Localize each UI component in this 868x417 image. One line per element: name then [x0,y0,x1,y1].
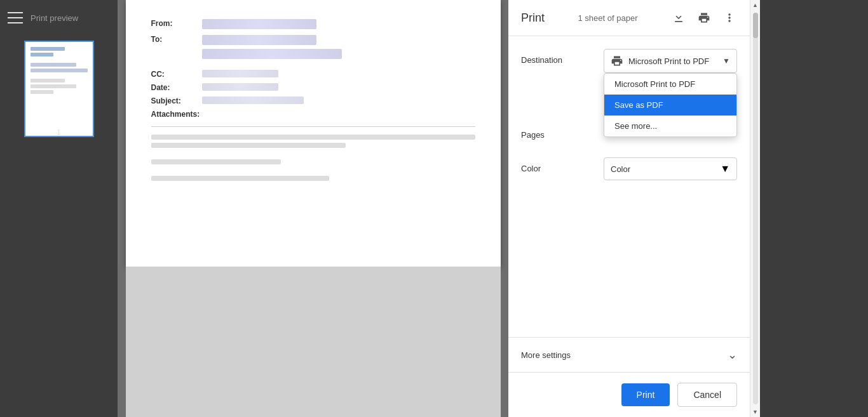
subject-blurred [202,96,304,104]
print-settings: Destination Microsoft Print to PDF ▼ [508,36,750,337]
more-settings-label: More settings [521,350,571,360]
subject-value [202,96,475,106]
preview-area: From: To: CC: Date: [118,0,508,417]
attachments-field: Attachments: [151,110,475,119]
from-label: From: [151,19,202,31]
color-dropdown-text: Color [611,164,715,174]
body-line [151,159,281,164]
print-title: Print [521,11,545,25]
color-control: Color ▼ [604,157,737,180]
print-footer: Print Cancel [508,373,750,417]
hamburger-icon[interactable] [8,10,23,25]
more-settings-chevron-icon: ⌄ [728,348,737,362]
body-line [151,143,346,148]
dropdown-item-save-as-pdf[interactable]: Save as PDF [604,95,736,116]
date-field: Date: [151,83,475,93]
subject-field: Subject: [151,96,475,106]
from-blurred [202,19,316,29]
sidebar-title: Print preview [31,13,78,23]
dropdown-item-microsoft-print[interactable]: Microsoft Print to PDF [604,74,736,95]
date-blurred [202,83,278,91]
to-field: To: [151,35,475,61]
destination-setting: Destination Microsoft Print to PDF ▼ [521,49,737,73]
dropdown-selected: Microsoft Print to PDF ▼ [604,50,736,72]
print-icon[interactable] [696,10,712,25]
body-line [151,135,475,140]
to-blurred [202,35,316,45]
print-header: Print 1 sheet of paper [508,0,750,36]
destination-dropdown-menu: Microsoft Print to PDF Save as PDF See m… [604,73,737,137]
divider [151,126,475,127]
thumbnail-preview [25,42,93,124]
color-dropdown[interactable]: Color ▼ [604,157,737,180]
sheet-info: 1 sheet of paper [578,13,638,23]
sidebar-header: Print preview [0,5,118,30]
scroll-down-arrow-icon[interactable]: ▼ [750,407,761,417]
cancel-button[interactable]: Cancel [677,383,737,407]
sidebar: Print preview 1 [0,0,118,417]
scrollbar-track[interactable] [753,13,758,404]
more-options-icon[interactable] [722,10,737,25]
thumbnail-number: 1 [25,128,93,136]
to-blurred-2 [202,49,342,59]
email-body [151,135,475,181]
from-value [202,19,475,31]
page-gray-area [126,267,501,417]
body-line [151,176,330,181]
subject-label: Subject: [151,96,202,106]
document-page: From: To: CC: Date: [126,0,501,267]
date-value [202,83,475,93]
color-dropdown-arrow-icon: ▼ [720,163,730,175]
to-label: To: [151,35,202,61]
attachments-value [202,110,475,119]
pages-label: Pages [521,124,604,140]
color-setting: Color Color ▼ [521,157,737,180]
attachments-label: Attachments: [151,110,202,119]
color-label: Color [521,157,604,173]
scroll-up-arrow-icon[interactable]: ▲ [750,0,761,10]
header-icons [671,10,737,25]
print-button[interactable]: Print [621,383,670,406]
dropdown-text: Microsoft Print to PDF [628,56,717,66]
more-settings-row[interactable]: More settings ⌄ [508,337,750,373]
print-panel: Print 1 sheet of paper [508,0,750,417]
cc-blurred [202,70,278,77]
printer-icon-small [611,55,623,67]
dropdown-item-see-more[interactable]: See more... [604,116,736,136]
scrollbar: ▲ ▼ [750,0,760,417]
page-thumbnail[interactable]: 1 [24,41,94,137]
destination-dropdown[interactable]: Microsoft Print to PDF ▼ [604,49,737,73]
date-label: Date: [151,83,202,93]
dropdown-arrow-icon: ▼ [722,56,730,65]
destination-control: Microsoft Print to PDF ▼ Microsoft Print… [604,49,737,73]
to-value [202,35,475,61]
download-icon[interactable] [671,10,686,25]
from-field: From: [151,19,475,31]
cc-field: CC: [151,70,475,79]
scrollbar-thumb[interactable] [753,13,758,38]
cc-label: CC: [151,70,202,79]
cc-value [202,70,475,79]
destination-label: Destination [521,49,604,65]
